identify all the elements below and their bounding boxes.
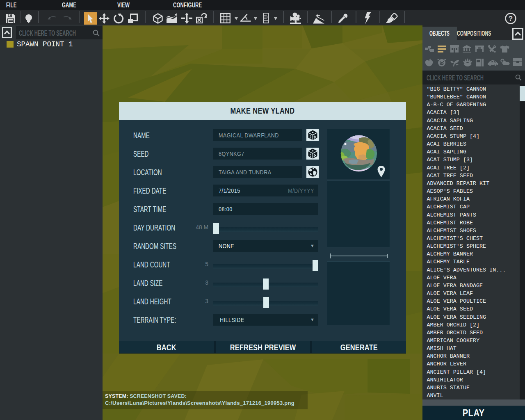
svg-text:?: ? [509,15,513,23]
